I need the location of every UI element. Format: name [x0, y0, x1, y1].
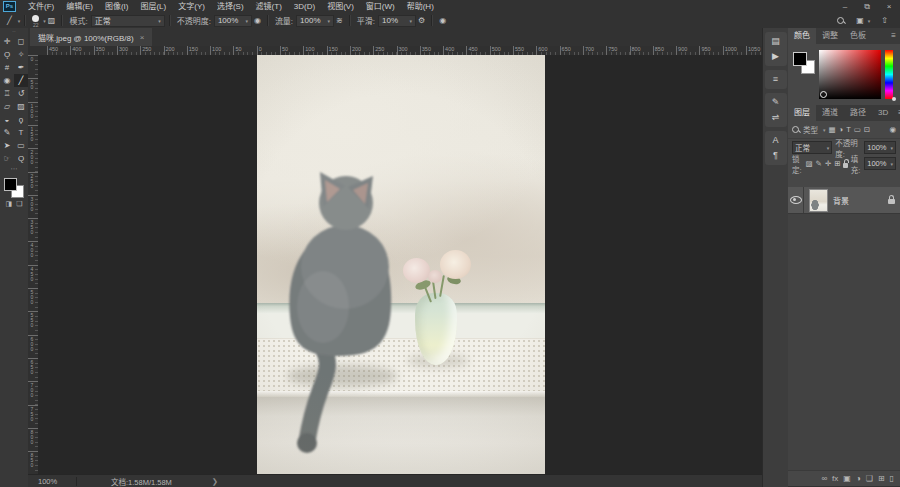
adjustment-layer-icon[interactable]: ◑	[856, 474, 861, 483]
saturation-brightness-field[interactable]	[819, 50, 881, 99]
panel-menu-icon[interactable]: ≡	[894, 105, 900, 121]
menu-3d[interactable]: 3D(D)	[288, 0, 321, 13]
share-icon[interactable]: ⇧	[881, 16, 888, 25]
hand-tool[interactable]: ☞	[0, 152, 14, 165]
filter-adjustment-icon[interactable]: ◑	[839, 125, 844, 134]
type-tool[interactable]: T	[14, 126, 28, 139]
menu-filter[interactable]: 滤镜(T)	[250, 0, 288, 13]
layer-filter-search-icon[interactable]	[792, 126, 800, 134]
menu-edit[interactable]: 编辑(E)	[60, 0, 99, 13]
filter-toggle-icon[interactable]: ◉	[889, 125, 896, 134]
layer-fill-select[interactable]: 100% ▾	[864, 157, 896, 170]
screen-mode-button[interactable]: ❏	[16, 200, 22, 208]
properties-panel-icon[interactable]: ⇌	[765, 110, 787, 125]
blend-mode-select[interactable]: 正常 ▾	[91, 15, 165, 27]
layer-visibility-toggle[interactable]	[788, 187, 804, 213]
marquee-tool[interactable]: ◻	[14, 35, 28, 48]
eyedropper-tool[interactable]: ✒	[14, 61, 28, 74]
menu-image[interactable]: 图像(I)	[99, 0, 135, 13]
gradient-tool[interactable]: ▨	[14, 100, 28, 113]
clone-stamp-tool[interactable]: ♖	[0, 87, 14, 100]
layer-filter-type-label[interactable]: 类型	[803, 124, 818, 135]
color-cursor[interactable]	[820, 91, 827, 98]
filter-pixel-icon[interactable]: ▦	[829, 125, 836, 134]
tab-paths[interactable]: 路径	[844, 105, 872, 121]
character-panel-icon[interactable]: A	[765, 133, 787, 148]
add-mask-icon[interactable]: ▣	[843, 474, 851, 483]
restore-button[interactable]: ⧉	[856, 0, 878, 13]
healing-brush-tool[interactable]: ◉	[0, 74, 14, 87]
pressure-size-icon[interactable]: ◉	[439, 16, 446, 25]
pen-tool[interactable]: ✎	[0, 126, 14, 139]
new-layer-icon[interactable]: ⊞	[878, 474, 885, 483]
flow-select[interactable]: 100% ▾	[296, 15, 334, 27]
tab-3d[interactable]: 3D	[872, 105, 894, 121]
quick-mask-button[interactable]: ◨	[6, 200, 13, 208]
hue-slider-handle[interactable]	[892, 97, 896, 101]
hue-slider[interactable]	[885, 50, 893, 99]
lock-transparent-icon[interactable]: ▨	[806, 159, 813, 168]
brush-tool[interactable]: ╱	[14, 74, 28, 87]
foreground-color-swatch[interactable]	[4, 178, 17, 191]
menu-help[interactable]: 帮助(H)	[401, 0, 440, 13]
actions-panel-icon[interactable]: ▶	[765, 49, 787, 64]
tab-layers[interactable]: 图层	[788, 105, 816, 121]
toggle-brush-panel-icon[interactable]: ▨	[48, 16, 56, 25]
layer-thumbnail[interactable]	[809, 189, 828, 212]
brush-preset-picker[interactable]: 22	[32, 15, 39, 27]
layer-effects-icon[interactable]: fx	[832, 474, 838, 483]
tool-preset-picker[interactable]: ╱ ▾	[0, 16, 20, 25]
quick-selection-tool[interactable]: ✧	[14, 48, 28, 61]
menu-layer[interactable]: 图层(L)	[134, 0, 172, 13]
lasso-tool[interactable]: Ǫ	[0, 48, 14, 61]
edit-toolbar-icon[interactable]: ⋯	[0, 165, 28, 175]
layer-row-background[interactable]: 背景	[788, 187, 900, 214]
history-brush-tool[interactable]: ↺	[14, 87, 28, 100]
opacity-select[interactable]: 100% ▾	[214, 15, 252, 27]
layer-opacity-select[interactable]: 100% ▾	[864, 141, 896, 154]
toolbar-grip[interactable]: ··	[0, 28, 28, 35]
menu-file[interactable]: 文件(F)	[22, 0, 60, 13]
blur-tool[interactable]: ◒	[0, 113, 14, 126]
new-group-icon[interactable]: ❏	[866, 474, 873, 483]
lock-artboard-icon[interactable]: ⊞	[834, 159, 840, 168]
canvas-pasteboard[interactable]	[38, 55, 762, 474]
tab-swatches[interactable]: 色板	[844, 28, 872, 44]
status-options-arrow[interactable]: ❯	[212, 477, 218, 486]
smoothing-options-gear-icon[interactable]: ⚙	[418, 16, 425, 25]
dodge-tool[interactable]: ϙ	[14, 113, 28, 126]
eraser-tool[interactable]: ▱	[0, 100, 14, 113]
menu-window[interactable]: 窗口(W)	[360, 0, 401, 13]
delete-layer-icon[interactable]: ▯	[890, 474, 894, 483]
menu-type[interactable]: 文字(Y)	[172, 0, 211, 13]
smoothing-select[interactable]: 10% ▾	[378, 15, 416, 27]
link-layers-icon[interactable]: ∞	[821, 474, 827, 483]
lock-all-icon[interactable]	[843, 163, 847, 168]
filter-smart-object-icon[interactable]: ⊡	[864, 125, 870, 134]
pressure-opacity-icon[interactable]: ◉	[254, 16, 261, 25]
menu-select[interactable]: 选择(S)	[211, 0, 250, 13]
libraries-panel-icon[interactable]: ▤	[765, 34, 787, 49]
tab-adjustments[interactable]: 调整	[816, 28, 844, 44]
lock-pixels-icon[interactable]: ✎	[816, 159, 822, 168]
canvas-image[interactable]	[257, 55, 545, 474]
tab-close-icon[interactable]: ×	[140, 33, 145, 42]
airbrush-icon[interactable]: ≋	[336, 16, 343, 25]
workspace-switcher[interactable]: ▣▾	[854, 16, 870, 25]
menu-view[interactable]: 视图(V)	[321, 0, 360, 13]
search-icon[interactable]	[837, 17, 845, 25]
chevron-down-icon[interactable]: ▾	[43, 18, 46, 24]
foreground-color-swatch[interactable]	[793, 52, 807, 66]
zoom-tool[interactable]: Q	[14, 152, 28, 165]
tab-color[interactable]: 颜色	[788, 28, 816, 44]
panel-menu-icon[interactable]: ≡	[887, 28, 900, 44]
zoom-level-field[interactable]: 100%	[38, 477, 77, 486]
brush-settings-panel-icon[interactable]: ✎	[765, 95, 787, 110]
crop-tool[interactable]: #	[0, 61, 14, 74]
lock-position-icon[interactable]: ✛	[825, 159, 831, 168]
filter-type-icon[interactable]: T	[846, 125, 851, 134]
path-selection-tool[interactable]: ➤	[0, 139, 14, 152]
rectangle-tool[interactable]: ▭	[14, 139, 28, 152]
close-button[interactable]: ×	[878, 0, 900, 13]
paragraph-panel-icon[interactable]: ¶	[765, 148, 787, 163]
